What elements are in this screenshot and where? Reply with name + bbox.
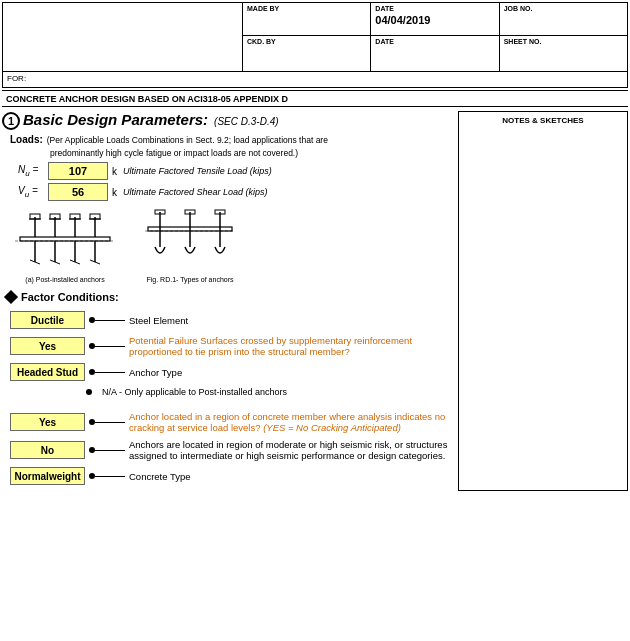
left-content: 1 Basic Design Parameters: (SEC D.3-D.4)… (2, 111, 458, 491)
made-by-cell: MADE BY (243, 3, 371, 35)
vu-row: Vu = 56 k Ultimate Factored Shear Load (… (18, 183, 454, 201)
job-no-label: JOB NO. (504, 5, 623, 12)
headed-desc: Anchor Type (129, 367, 454, 378)
normalweight-desc: Concrete Type (129, 471, 454, 482)
yes1-input[interactable]: Yes (10, 337, 85, 355)
line-h-1 (95, 320, 125, 321)
no-input[interactable]: No (10, 441, 85, 459)
anchor-img1 (10, 207, 120, 272)
line-h-2 (95, 346, 125, 347)
section-number: 1 (2, 112, 20, 130)
sheet-no-cell: SHEET NO. (500, 36, 627, 71)
line-h-3 (95, 372, 125, 373)
bullet-dot-na (86, 389, 92, 395)
header-area: MADE BY DATE 04/04/2019 JOB NO. CKD. BY … (2, 2, 628, 72)
section-title: CONCRETE ANCHOR DESIGN BASED ON ACI318-0… (2, 90, 628, 107)
date-value: 04/04/2019 (375, 14, 494, 26)
notes-title: NOTES & SKETCHES (463, 116, 623, 125)
header-bottom-row: CKD. BY DATE SHEET NO. (243, 36, 627, 71)
images-area: (a) Post-installed anchors (10, 207, 454, 283)
yes2-input[interactable]: Yes (10, 413, 85, 431)
factor-row-yes1: Yes Potential Failure Surfaces crossed b… (10, 335, 454, 357)
no-desc: Anchors are located in region of moderat… (129, 439, 454, 461)
factor-row-no: No Anchors are located in region of mode… (10, 439, 454, 461)
notes-panel: NOTES & SKETCHES (458, 111, 628, 491)
date-cell: DATE 04/04/2019 (371, 3, 499, 35)
factor-title: Factor Conditions: (6, 291, 454, 303)
anchor-img2 (140, 207, 240, 272)
loads-label: Loads: (10, 134, 43, 145)
yes1-desc: Potential Failure Surfaces crossed by su… (129, 335, 454, 357)
line-h-6 (95, 476, 125, 477)
headed-input[interactable]: Headed Stud (10, 363, 85, 381)
design-header: 1 Basic Design Parameters: (SEC D.3-D.4) (2, 111, 454, 130)
ductile-desc: Steel Element (129, 315, 454, 326)
loads-header-row: Loads: (Per Applicable Loads Combination… (10, 134, 454, 145)
svg-rect-0 (20, 237, 110, 241)
nu-input[interactable]: 107 (48, 162, 108, 180)
bullet-line-5 (89, 447, 125, 453)
job-no-cell: JOB NO. (500, 3, 627, 35)
bullet-line-6 (89, 473, 125, 479)
vu-desc: Ultimate Factored Shear Load (kips) (123, 187, 268, 197)
main-content: 1 Basic Design Parameters: (SEC D.3-D.4)… (2, 111, 628, 491)
factor-section: Factor Conditions: Ductile Steel Element… (6, 291, 454, 485)
img1-caption: (a) Post-installed anchors (10, 276, 120, 283)
header-right: MADE BY DATE 04/04/2019 JOB NO. CKD. BY … (243, 3, 627, 71)
line-h-4 (95, 422, 125, 423)
bullet-line-2 (89, 343, 125, 349)
img1-placeholder: (a) Post-installed anchors (10, 207, 120, 283)
sheet-no-label: SHEET NO. (504, 38, 623, 45)
normalweight-input[interactable]: Normalweight (10, 467, 85, 485)
line-h-5 (95, 450, 125, 451)
design-subtitle: (SEC D.3-D.4) (214, 116, 278, 127)
made-by-label: MADE BY (247, 5, 366, 12)
factor-row-headed: Headed Stud Anchor Type (10, 363, 454, 381)
ductile-input[interactable]: Ductile (10, 311, 85, 329)
bullet-line-3 (89, 369, 125, 375)
date-label: DATE (375, 5, 494, 12)
design-title: Basic Design Parameters: (23, 111, 208, 128)
loads-section: Loads: (Per Applicable Loads Combination… (10, 134, 454, 201)
page: MADE BY DATE 04/04/2019 JOB NO. CKD. BY … (0, 2, 630, 641)
ckd-by-cell: CKD. BY (243, 36, 371, 71)
diamond-icon (4, 290, 18, 304)
date2-cell: DATE (371, 36, 499, 71)
ckd-by-label: CKD. BY (247, 38, 366, 45)
img2-caption: Fig. RD.1- Types of anchors (140, 276, 240, 283)
header-left (3, 3, 243, 71)
yes2-note: (YES = No Cracking Anticipated) (263, 422, 401, 433)
nu-desc: Ultimate Factored Tensile Load (kips) (123, 166, 272, 176)
vu-input[interactable]: 56 (48, 183, 108, 201)
img2-placeholder: Fig. RD.1- Types of anchors (140, 207, 240, 283)
bullet-line-1 (89, 317, 125, 323)
bullet-line-4 (89, 419, 125, 425)
factor-row-yes2: Yes Anchor located in a region of concre… (10, 411, 454, 433)
vu-unit: k (112, 187, 117, 198)
yes2-desc: Anchor located in a region of concrete m… (129, 411, 454, 433)
nu-symbol: Nu = (18, 164, 48, 178)
nu-row: Nu = 107 k Ultimate Factored Tensile Loa… (18, 162, 454, 180)
for-label: FOR: (2, 72, 628, 88)
na-row: N/A - Only applicable to Post-installed … (86, 387, 454, 397)
factor-row-normalweight: Normalweight Concrete Type (10, 467, 454, 485)
header-top-row: MADE BY DATE 04/04/2019 JOB NO. (243, 3, 627, 36)
loads-desc: (Per Applicable Loads Combinations in Se… (47, 135, 328, 145)
vu-symbol: Vu = (18, 185, 48, 199)
date2-label: DATE (375, 38, 494, 45)
loads-desc2: predominantly high cycle fatigue or impa… (50, 147, 454, 158)
nu-unit: k (112, 166, 117, 177)
na-text: N/A - Only applicable to Post-installed … (102, 387, 287, 397)
factor-row-ductile: Ductile Steel Element (10, 311, 454, 329)
